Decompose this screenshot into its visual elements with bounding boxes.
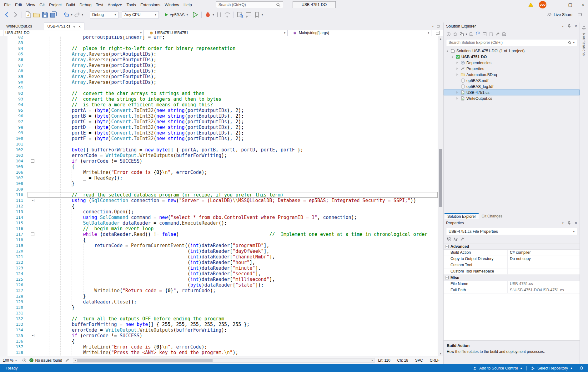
code-line[interactable]: 117− while (dataReader.Read() != false) … [0,232,438,237]
code-line[interactable]: 114 using SqlCommand command = new("sele… [0,215,438,220]
window-position-icon[interactable]: ▾ [562,25,564,28]
fold-margin[interactable]: − [28,158,38,164]
breakpoint-margin[interactable] [0,85,8,91]
code-area[interactable]: 82 portFoutputIDs[indexF] = OFF;8384 // … [0,36,438,356]
solution-name-box[interactable]: USB-4751-DO [293,1,336,8]
breakpoint-margin[interactable] [0,164,8,170]
nav-dropdown-1[interactable]: USB4751.USB4751▾ [147,30,288,36]
live-share-button[interactable]: Live Share [547,12,585,17]
breakpoint-margin[interactable] [0,316,8,322]
fold-margin[interactable]: − [28,198,38,203]
breakpoint-margin[interactable] [0,96,8,102]
code-line[interactable]: 87 Array.Reverse(portCoutputIDs); [0,63,438,68]
minimize-icon[interactable]: – [556,2,559,7]
properties-wrench-icon[interactable] [495,32,500,37]
property-row[interactable]: Copy to Output DirectoryDo not copy [444,256,580,262]
breakpoint-margin[interactable] [0,248,8,254]
notifications-tab[interactable]: Notifications [582,33,586,56]
code-line[interactable]: 85 Array.Reverse(portAoutputIDs); [0,51,438,57]
save-all-icon[interactable] [50,11,57,18]
notifications-button[interactable] [577,366,588,370]
show-all-files-icon[interactable] [489,32,494,37]
code-line[interactable]: 131 [0,310,438,316]
nav-dropdown-2[interactable]: Main(string[] args)▾ [291,30,431,36]
menu-file[interactable]: File [2,1,13,8]
collapse-icon[interactable]: − [445,276,449,279]
breakpoint-margin[interactable] [0,293,8,299]
collapse-all-icon[interactable] [482,32,487,37]
menu-help[interactable]: Help [181,1,194,8]
refresh-icon[interactable] [475,32,480,37]
back-icon[interactable] [446,32,451,37]
tab-WriteOutput.cs[interactable]: WriteOutput.cs [3,23,35,30]
nav-dropdown-0[interactable]: USB-4751-DO▾ [3,30,144,36]
code-line[interactable]: 116 // begin main event loop [0,226,438,232]
code-line[interactable]: 90 Array.Reverse(portFoutputIDs); [0,79,438,85]
collapse-icon[interactable]: − [31,159,34,163]
chevron-down-icon[interactable] [450,55,454,59]
tree-item[interactable]: Automation.BDaq [444,72,580,78]
collapse-icon[interactable]: − [445,245,449,248]
code-line[interactable]: 121 (int)dataReader["channelNmbr"], [0,254,438,260]
code-line[interactable]: 136 { [0,339,438,344]
breakpoint-margin[interactable] [0,220,8,226]
navigate-back-icon[interactable] [3,11,11,18]
breakpoint-margin[interactable] [0,333,8,339]
add-to-source-control-button[interactable]: Add to Source Control ▲ [469,364,526,372]
menu-view[interactable]: View [24,1,37,8]
breakpoint-margin[interactable] [0,175,8,181]
preview-selected-icon[interactable] [502,32,507,37]
menu-tools[interactable]: Tools [124,1,138,8]
breakpoint-margin[interactable] [0,203,8,209]
code-line[interactable]: 134 errorCode = WriteOutput.WriteOutputs… [0,327,438,333]
code-line[interactable]: 130 } [0,305,438,310]
breakpoint-margin[interactable] [0,46,8,51]
code-line[interactable]: 119 returnCode = PerformCurrentEvent((in… [0,243,438,248]
breakpoint-margin[interactable] [0,265,8,271]
breakpoint-margin[interactable] [0,299,8,305]
breakpoint-margin[interactable] [0,102,8,108]
step-over-icon[interactable] [224,11,231,18]
breakpoint-margin[interactable] [0,125,8,130]
code-line[interactable]: 88 Array.Reverse(portDoutputIDs); [0,68,438,74]
close-icon[interactable]: × [78,24,81,28]
tree-item[interactable]: Properties [444,66,580,72]
code-line[interactable]: 122 (int)dataReader["hour"], [0,260,438,265]
breakpoint-margin[interactable] [0,136,8,141]
code-line[interactable]: 129 dataReader.Close(); [0,299,438,305]
breakpoint-margin[interactable] [0,147,8,153]
code-line[interactable]: 110 // read the selected database progra… [0,192,438,198]
notifications-bell-icon[interactable] [582,26,586,30]
code-line[interactable]: 97 portC = (byte)Convert.ToInt32(new str… [0,119,438,125]
switch-views-icon[interactable] [459,32,464,37]
redo-icon[interactable] [73,11,81,18]
code-line[interactable]: 108 } [0,181,438,186]
menu-window[interactable]: Window [163,1,181,8]
collapse-icon[interactable]: − [31,232,34,236]
breakpoint-margin[interactable] [0,344,8,350]
breakpoint-margin[interactable] [0,79,8,85]
menu-debug[interactable]: Debug [77,1,93,8]
hscrollbar-thumb[interactable] [77,359,213,362]
code-line[interactable]: 137 WriteLine("Error code is {0}\n", err… [0,344,438,350]
property-row[interactable]: Full PathS:\USB-4751-DO\USB-4751.cs [444,287,580,293]
code-line[interactable]: 99 portE = (byte)Convert.ToInt32(new str… [0,130,438,136]
chevron-right-icon[interactable] [455,67,459,70]
property-value[interactable] [508,262,580,268]
code-line[interactable]: 93 // convert the strings to integers an… [0,96,438,102]
code-line[interactable]: 95 portA = (byte)Convert.ToInt32(new str… [0,108,438,113]
code-line[interactable]: 100 portF = (byte)Convert.ToInt32(new st… [0,136,438,141]
property-row[interactable]: File NameUSB-4751.cs [444,281,580,287]
breakpoint-margin[interactable] [0,186,8,192]
code-line[interactable]: 138 WriteLine("Press the <ANY> key to en… [0,350,438,355]
code-line[interactable]: 120 (int)dataReader["dayOfWeek"], [0,248,438,254]
code-line[interactable]: 107 _ = ReadKey(); [0,175,438,181]
breakpoint-margin[interactable] [0,232,8,237]
tree-item[interactable]: ep5BAS_log.ldf [444,84,580,89]
code-line[interactable]: 101 [0,141,438,147]
warning-icon[interactable]: ! [528,2,533,7]
alphabetical-icon[interactable] [453,237,458,242]
scroll-up-icon[interactable]: ▲ [438,36,443,41]
code-line[interactable]: 124 (int)dataReader["second"], [0,271,438,277]
close-icon[interactable]: × [582,2,584,7]
